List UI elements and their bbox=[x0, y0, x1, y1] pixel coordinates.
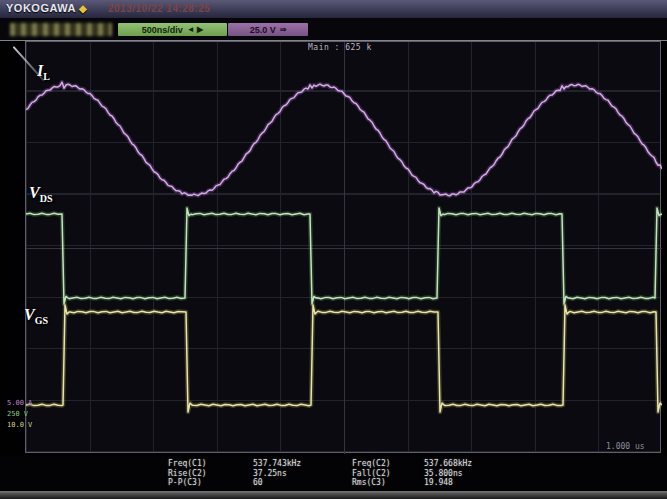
trace-label-sub: GS bbox=[35, 315, 48, 326]
trigger-segment[interactable]: 25.0 V ⇒ bbox=[228, 23, 308, 36]
trigger-level-label: 25.0 V bbox=[250, 25, 276, 35]
timebase-arrows-icon: ◄ ▶ bbox=[187, 25, 203, 34]
waveform-plot-area: Main : 625 k 1.000 us bbox=[25, 41, 661, 453]
datetime-display: 2013/10/22 14:28:25 bbox=[108, 3, 210, 14]
timebase-segment[interactable]: 500ns/div ◄ ▶ bbox=[118, 23, 227, 36]
measurement-readout-area: Freq(C1) Rise(C2) P-P(C3) 537.743kHz 37.… bbox=[0, 456, 667, 490]
trace-label-main: V bbox=[24, 306, 35, 323]
oscilloscope-screen: YOKOGAWA◆ 2013/10/22 14:28:25 500ns/div … bbox=[0, 0, 667, 499]
bottom-bezel-strip bbox=[0, 491, 667, 499]
timebase-label: 500ns/div bbox=[142, 25, 183, 35]
brand-diamond-icon: ◆ bbox=[79, 3, 87, 14]
measurement-labels-group2: Freq(C2) Fall(C2) Rms(C3) bbox=[352, 459, 391, 488]
brand-text: YOKOGAWA bbox=[6, 2, 76, 14]
trace-label-main: V bbox=[29, 184, 40, 201]
channel-scale-drain: 250 V bbox=[7, 410, 28, 418]
measurement-values-group1: 537.743kHz 37.25ns 60 bbox=[253, 459, 301, 488]
channel-settings-segment[interactable] bbox=[10, 23, 112, 36]
trace-label-gate-voltage: VGS bbox=[24, 306, 48, 326]
waveforms bbox=[26, 42, 662, 454]
settings-bar: 500ns/div ◄ ▶ 25.0 V ⇒ bbox=[0, 18, 667, 40]
channel-scale-current: 5.00 A bbox=[7, 399, 32, 407]
header-bar: YOKOGAWA◆ 2013/10/22 14:28:25 bbox=[0, 0, 667, 19]
channel-scale-gate: 10.0 V bbox=[7, 421, 32, 429]
trace-label-sub: DS bbox=[40, 193, 53, 204]
measurement-values-group2: 537.668kHz 35.800ns 19.948 bbox=[424, 459, 472, 488]
trigger-arrow-icon: ⇒ bbox=[280, 25, 287, 34]
measurement-labels-group1: Freq(C1) Rise(C2) P-P(C3) bbox=[168, 459, 207, 488]
trace-label-drain-voltage: VDS bbox=[29, 184, 52, 204]
brand-logo: YOKOGAWA◆ bbox=[6, 2, 87, 14]
